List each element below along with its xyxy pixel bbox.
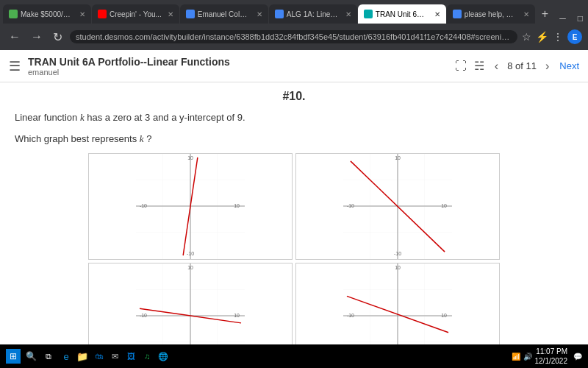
tab-6-close[interactable]: ✕ [523, 10, 529, 18]
tab-3-close[interactable]: ✕ [257, 10, 262, 18]
clock-time: 11:07 PM [535, 347, 568, 356]
tab-4-label: ALG 1A: Linear Fun... [287, 10, 340, 18]
tab-3[interactable]: Emanuel Colon's h... ✕ [180, 4, 268, 24]
spotify-icon[interactable]: ♫ [140, 349, 154, 364]
prev-page-button[interactable]: ‹ [492, 57, 501, 76]
problem-text-1: Linear function k has a zero at 3 and a … [15, 110, 573, 126]
tab-5-close[interactable]: ✕ [434, 10, 440, 18]
app-title: TRAN Unit 6A Portfolio--Linear Functions [28, 56, 455, 68]
app-header: ☰ TRAN Unit 6A Portfolio--Linear Functio… [0, 50, 588, 82]
svg-text:-10: -10 [140, 203, 147, 208]
volume-icon[interactable]: 🔊 [523, 353, 532, 361]
nav-icons: ☆ ⚡ ⋮ E [522, 29, 582, 44]
mail-icon[interactable]: ✉ [107, 349, 122, 364]
settings-icon[interactable]: ⋮ [553, 31, 563, 43]
svg-text:10: 10 [234, 313, 240, 318]
tab-1-label: Make $5000/Week... [21, 10, 74, 18]
network-icon[interactable]: 📶 [512, 353, 520, 361]
tab-2-close[interactable]: ✕ [168, 10, 173, 18]
tab-5-active[interactable]: TRAN Unit 6A Port... ✕ [358, 4, 446, 24]
header-actions: ⛶ ☵ ‹ 8 of 11 › Next [455, 57, 579, 76]
graph-4-svg: 10 -10 -10 10 [296, 263, 499, 344]
forward-button[interactable]: → [28, 29, 46, 45]
graph-1[interactable]: 10 -10 -10 10 [88, 153, 293, 260]
svg-text:10: 10 [441, 203, 447, 208]
app-subtitle: emanuel [28, 68, 455, 77]
maximize-button[interactable]: □ [573, 13, 587, 24]
edge-icon[interactable]: e [59, 349, 74, 364]
pinned-apps: e 📁 🛍 ✉ 🖼 ♫ 🌐 [59, 349, 171, 364]
extension-icon[interactable]: ⚡ [536, 31, 548, 43]
page-indicator: 8 of 11 [507, 60, 537, 71]
svg-text:-10: -10 [187, 251, 194, 256]
tab-2[interactable]: Creepin' - You... ✕ [92, 4, 179, 24]
tab-3-favicon [186, 10, 195, 18]
system-tray: 📶 🔊 11:07 PM 12/1/2022 💬 [512, 347, 583, 366]
graph-3[interactable]: 10 -10 -10 10 [88, 263, 293, 344]
svg-text:-10: -10 [394, 251, 401, 256]
graph-1-svg: 10 -10 -10 10 [89, 154, 292, 259]
tab-6-favicon [453, 10, 462, 18]
tab-5-favicon [364, 10, 373, 18]
main-content: #10. Linear function k has a zero at 3 a… [0, 82, 588, 344]
minimize-button[interactable]: ─ [555, 13, 570, 24]
bookmark-icon[interactable]: ☆ [522, 31, 531, 43]
task-view-icon[interactable]: ⧉ [41, 349, 56, 364]
fullscreen-button[interactable]: ⛶ [455, 60, 467, 73]
menu-icon[interactable]: ☰ [9, 58, 21, 74]
tab-6[interactable]: please help, answ... ✕ [447, 4, 535, 24]
problem-number: #10. [15, 90, 573, 103]
profile-avatar[interactable]: E [567, 29, 582, 44]
calculator-button[interactable]: ☵ [474, 59, 484, 73]
search-icon: 🔍 [26, 351, 37, 361]
system-clock: 11:07 PM 12/1/2022 [535, 347, 568, 366]
clock-date: 12/1/2022 [535, 356, 568, 366]
browser-chrome: Make $5000/Week... ✕ Creepin' - You... ✕… [0, 0, 588, 50]
pagination: ‹ 8 of 11 › [492, 57, 552, 76]
store-icon[interactable]: 🛍 [91, 349, 106, 364]
svg-text:-10: -10 [140, 313, 147, 318]
url-bar[interactable]: student.desmos.com/activitybuilder/insta… [70, 30, 517, 43]
tab-4-favicon [275, 10, 284, 18]
nav-bar: ← → ↻ student.desmos.com/activitybuilder… [0, 24, 588, 50]
tab-1-close[interactable]: ✕ [79, 10, 85, 18]
svg-text:10: 10 [395, 264, 401, 269]
chrome-icon[interactable]: 🌐 [156, 349, 171, 364]
graph-2[interactable]: 10 -10 -10 10 [295, 153, 500, 260]
start-button[interactable]: ⊞ [6, 349, 21, 364]
tab-4-close[interactable]: ✕ [345, 10, 351, 18]
new-tab-button[interactable]: + [536, 4, 554, 24]
explorer-icon[interactable]: 📁 [75, 349, 90, 364]
tab-1[interactable]: Make $5000/Week... ✕ [3, 4, 91, 24]
graph-4[interactable]: 10 -10 -10 10 [295, 263, 500, 344]
graph-2-svg: 10 -10 -10 10 [296, 154, 499, 259]
window-controls: ─ □ ✕ [555, 13, 588, 24]
next-page-button[interactable]: › [542, 57, 552, 76]
notification-icon[interactable]: 💬 [573, 353, 582, 361]
app-title-block: TRAN Unit 6A Portfolio--Linear Functions… [28, 56, 455, 77]
svg-text:10: 10 [187, 155, 193, 160]
tab-bar: Make $5000/Week... ✕ Creepin' - You... ✕… [0, 0, 588, 24]
tab-2-label: Creepin' - You... [110, 10, 162, 18]
svg-text:-10: -10 [347, 313, 354, 318]
svg-text:10: 10 [234, 203, 240, 208]
reload-button[interactable]: ↻ [50, 29, 65, 46]
svg-text:10: 10 [395, 155, 401, 160]
tab-4[interactable]: ALG 1A: Linear Fun... ✕ [269, 4, 357, 24]
taskbar: ⊞ 🔍 ⧉ e 📁 🛍 ✉ 🖼 ♫ 🌐 📶 🔊 11:07 PM 12/1/20… [0, 344, 588, 368]
problem-text-2: Which graph best represents k ? [15, 132, 573, 147]
tab-6-label: please help, answ... [465, 10, 517, 18]
svg-text:-10: -10 [347, 203, 354, 208]
graph-3-svg: 10 -10 -10 10 [89, 263, 292, 344]
search-taskbar-icon[interactable]: 🔍 [24, 349, 38, 364]
windows-icon: ⊞ [10, 351, 17, 361]
tab-1-favicon [9, 10, 18, 18]
photos-icon[interactable]: 🖼 [123, 349, 138, 364]
back-button[interactable]: ← [6, 29, 24, 45]
tab-3-label: Emanuel Colon's h... [198, 10, 251, 18]
next-button[interactable]: Next [559, 60, 579, 71]
svg-text:10: 10 [187, 264, 193, 269]
tab-5-label: TRAN Unit 6A Port... [376, 10, 429, 18]
svg-text:10: 10 [441, 313, 447, 318]
tab-2-favicon [98, 10, 107, 18]
